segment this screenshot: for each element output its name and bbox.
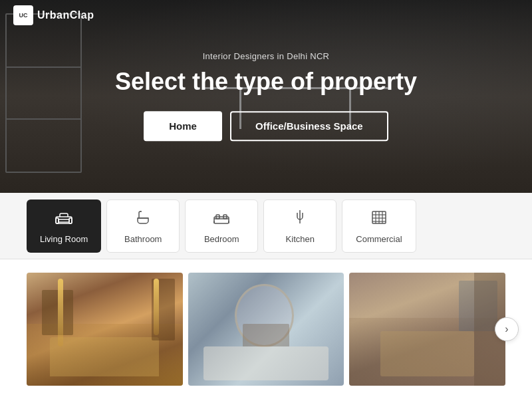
living-room-label: Living Room <box>40 234 88 244</box>
commercial-icon <box>370 207 388 229</box>
hero-title: Select the type of property <box>0 68 532 95</box>
room-type-selector: Living Room Bathroom Bedroom <box>0 193 532 259</box>
gallery-image-1[interactable] <box>27 273 183 386</box>
room-item-living-room[interactable]: Living Room <box>27 200 101 253</box>
gallery-image-2[interactable] <box>188 273 344 386</box>
gallery-image-3[interactable] <box>349 273 505 386</box>
gallery-images <box>27 273 505 386</box>
room-item-commercial[interactable]: Commercial <box>342 200 416 253</box>
room-item-bathroom[interactable]: Bathroom <box>106 200 180 253</box>
room-item-bedroom[interactable]: Bedroom <box>185 200 258 253</box>
bedroom-icon <box>212 207 231 229</box>
navbar: UC UrbanClap <box>0 0 532 31</box>
home-button[interactable]: Home <box>144 112 222 142</box>
logo[interactable]: UC UrbanClap <box>13 5 94 25</box>
bathroom-icon <box>134 207 152 229</box>
commercial-label: Commercial <box>356 234 402 244</box>
kitchen-label: Kitchen <box>286 234 315 244</box>
svg-rect-3 <box>59 219 69 222</box>
logo-icon: UC <box>13 5 33 25</box>
room-item-kitchen[interactable]: Kitchen <box>263 200 336 253</box>
hero-subtitle: Interior Designers in Delhi NCR <box>0 51 532 61</box>
gallery-section: › <box>0 259 532 399</box>
office-button[interactable]: Office/Business Space <box>230 112 388 142</box>
brand-name: UrbanClap <box>37 9 94 21</box>
hero-section: UC UrbanClap Interior Designers in Delhi… <box>0 0 532 193</box>
hero-content: Interior Designers in Delhi NCR Select t… <box>0 51 532 141</box>
bedroom-label: Bedroom <box>204 234 239 244</box>
property-type-buttons: Home Office/Business Space <box>0 112 532 142</box>
gallery-next-button[interactable]: › <box>495 317 519 341</box>
bathroom-label: Bathroom <box>124 234 162 244</box>
kitchen-icon <box>291 207 309 229</box>
living-room-icon <box>55 207 73 229</box>
svg-point-4 <box>140 211 142 212</box>
